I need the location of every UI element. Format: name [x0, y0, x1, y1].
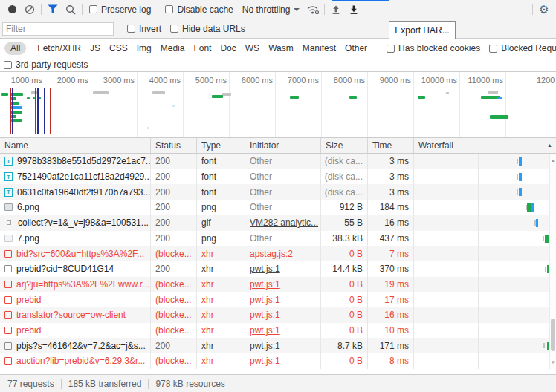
- resources-size: 978 kB resources: [155, 379, 224, 389]
- time-cell: 171 ms: [368, 338, 414, 353]
- separator: [41, 4, 42, 15]
- filter-tab-wasm[interactable]: Wasm: [268, 43, 294, 53]
- table-row[interactable]: arj?ju=https%3A%2F%2Fwww.r...(blocke...x…: [0, 277, 556, 293]
- font-file-icon: [4, 188, 13, 197]
- network-conditions-button[interactable]: [304, 1, 322, 19]
- overview-activity-bar: [39, 97, 41, 99]
- transferred-size: 185 kB transferred: [68, 379, 142, 389]
- name-cell: 7.png: [0, 231, 151, 246]
- table-row[interactable]: 6.png200pngOther912 B184 ms: [0, 200, 556, 215]
- vertical-scrollbar[interactable]: ▲ ▼: [549, 154, 556, 369]
- size-cell: 38.3 kB: [321, 231, 368, 246]
- network-overview-timeline[interactable]: 1000 ms2000 ms3000 ms4000 ms5000 ms6000 …: [0, 72, 556, 138]
- filter-input[interactable]: [2, 22, 114, 36]
- initiator-link[interactable]: pwt.js:1: [250, 325, 280, 336]
- table-row[interactable]: collect?v=1&_v=j98&a=100531...200gifVM28…: [0, 215, 556, 231]
- search-button[interactable]: [62, 1, 80, 19]
- table-row[interactable]: pbjs?s=461642&v=7.2&ac=j&s...200xhrpwt.j…: [0, 338, 556, 353]
- hide-data-urls-label: Hide data URLs: [182, 24, 245, 34]
- waterfall-cell: [414, 184, 556, 200]
- initiator-link[interactable]: pwt.js:1: [250, 310, 280, 320]
- initiator-link[interactable]: apstag.js:2: [250, 249, 293, 259]
- hide-data-urls-checkbox[interactable]: Hide data URLs: [170, 24, 245, 34]
- preserve-log-checkbox[interactable]: Preserve log: [89, 4, 151, 15]
- table-row[interactable]: 7521490af2e1ca11cf18a2d4929...200fontOth…: [0, 169, 556, 185]
- waterfall-cell: [414, 353, 556, 369]
- third-party-requests-checkbox[interactable]: 3rd-party requests: [4, 59, 88, 70]
- initiator-cell: pwt.js:1: [245, 353, 321, 369]
- status-cell: (blocke...: [151, 277, 197, 293]
- column-header-type[interactable]: Type: [197, 138, 245, 153]
- filter-toggle-button[interactable]: [44, 1, 62, 19]
- filter-tab-js[interactable]: JS: [90, 43, 100, 53]
- table-row[interactable]: bid?src=600&u=https%3A%2F...(blocke...xh…: [0, 246, 556, 261]
- filter-tab-other[interactable]: Other: [345, 43, 367, 53]
- disable-cache-checkbox[interactable]: Disable cache: [165, 4, 233, 15]
- request-name: auction?lib=prebid&v=6.29.3&r...: [16, 356, 145, 366]
- requests-count: 77 requests: [7, 379, 54, 389]
- column-header-name[interactable]: Name: [0, 138, 151, 153]
- clear-button[interactable]: [21, 1, 39, 19]
- blocked-requests-checkbox[interactable]: Blocked Requests: [489, 43, 556, 53]
- initiator-link[interactable]: pwt.js:1: [250, 341, 280, 351]
- filter-tab-all[interactable]: All: [4, 42, 26, 55]
- time-cell: 16 ms: [368, 307, 414, 323]
- table-row[interactable]: prebid(blocke...xhrpwt.js:10 B10 ms: [0, 323, 556, 339]
- name-cell: pbjs?s=461642&v=7.2&ac=j&s...: [0, 338, 151, 353]
- has-blocked-cookies-checkbox[interactable]: Has blocked cookies: [387, 43, 480, 53]
- settings-button[interactable]: ⚙: [535, 1, 553, 19]
- initiator-text: Other: [250, 233, 272, 244]
- filter-tab-doc[interactable]: Doc: [220, 43, 236, 53]
- invert-checkbox[interactable]: Invert: [127, 24, 161, 34]
- table-row[interactable]: translator?source=ow-client(blocke...xhr…: [0, 307, 556, 323]
- scroll-down-icon[interactable]: ▼: [550, 360, 556, 365]
- filter-tab-media[interactable]: Media: [161, 43, 185, 53]
- status-cell: 200: [151, 154, 197, 169]
- filter-tab-img[interactable]: Img: [137, 43, 152, 53]
- scroll-up-icon[interactable]: ▲: [550, 158, 556, 163]
- filter-tab-manifest[interactable]: Manifest: [303, 43, 336, 53]
- name-cell: translator?source=ow-client: [0, 307, 151, 323]
- table-row[interactable]: 0631c0fa19640df2f9170b7a793...200fontOth…: [0, 184, 556, 200]
- initiator-cell: Other: [245, 231, 321, 246]
- name-cell: collect?v=1&_v=j98&a=100531...: [0, 215, 151, 231]
- status-cell: 200: [151, 338, 197, 353]
- overview-activity-bar: [490, 115, 508, 119]
- initiator-link[interactable]: pwt.js:1: [250, 279, 280, 290]
- table-row[interactable]: prebid(blocke...xhrpwt.js:10 B17 ms: [0, 292, 556, 307]
- column-header-size[interactable]: Size: [321, 138, 368, 153]
- import-har-button[interactable]: [327, 1, 345, 19]
- column-header-initiator[interactable]: Initiator: [245, 138, 321, 153]
- filter-tab-fetch-xhr[interactable]: Fetch/XHR: [37, 43, 81, 53]
- initiator-cell: apstag.js:2: [245, 246, 321, 261]
- initiator-link[interactable]: VM282 analytic...: [250, 218, 318, 228]
- separator: [532, 4, 533, 15]
- table-row[interactable]: auction?lib=prebid&v=6.29.3&r...(blocke.…: [0, 353, 556, 369]
- gif-file-icon: [7, 220, 11, 225]
- scrollbar-thumb[interactable]: [551, 318, 555, 351]
- overview-tick-label: 9000 ms: [368, 76, 411, 85]
- overview-tick-label: 1000 ms: [0, 76, 42, 85]
- export-har-button[interactable]: [345, 1, 363, 19]
- initiator-link[interactable]: pwt.js:1: [250, 295, 280, 305]
- initiator-cell: Other: [245, 169, 321, 185]
- table-row[interactable]: prebid?cid=8CUD41G14200xhrpwt.js:114.4 k…: [0, 261, 556, 277]
- column-header-status[interactable]: Status: [151, 138, 197, 153]
- record-button[interactable]: [3, 1, 21, 19]
- waterfall-cell: [414, 277, 556, 293]
- table-row[interactable]: 7.png200pngOther38.3 kB437 ms: [0, 231, 556, 246]
- filter-tab-css[interactable]: CSS: [109, 43, 128, 53]
- status-cell: (blocke...: [151, 307, 197, 323]
- table-row[interactable]: 9978b383b8e551d5d2972e1ac7...200fontOthe…: [0, 154, 556, 169]
- filter-tab-ws[interactable]: WS: [245, 43, 259, 53]
- filter-tab-font[interactable]: Font: [193, 43, 211, 53]
- initiator-link[interactable]: pwt.js:1: [250, 264, 280, 274]
- column-header-waterfall[interactable]: Waterfall▲: [414, 138, 556, 153]
- initiator-link[interactable]: pwt.js:1: [250, 356, 280, 366]
- throttling-select[interactable]: No throttling: [242, 4, 300, 15]
- column-header-time[interactable]: Time: [368, 138, 414, 153]
- overview-gridline: [505, 72, 506, 137]
- invert-label: Invert: [139, 24, 161, 34]
- type-cell: xhr: [197, 353, 245, 369]
- domcontentloaded-event-line: [37, 88, 39, 134]
